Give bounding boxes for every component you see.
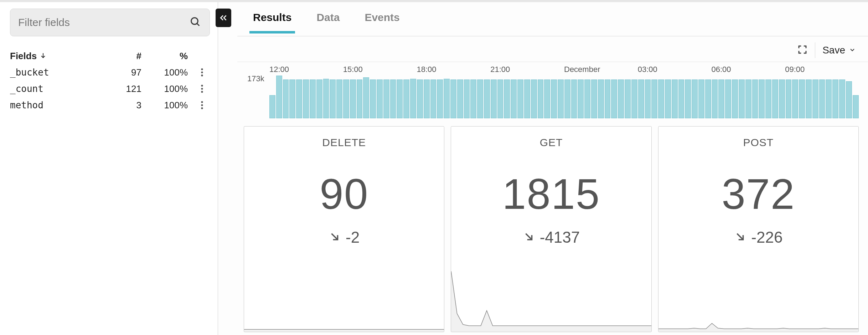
timeline-bar[interactable] xyxy=(792,79,798,118)
timeline-bar[interactable] xyxy=(464,79,470,118)
fields-row[interactable]: _count 121 100% xyxy=(10,81,213,97)
fields-table-header[interactable]: Fields # % xyxy=(10,48,213,64)
timeline-bar[interactable] xyxy=(765,79,771,118)
timeline-bar[interactable] xyxy=(410,79,416,118)
timeline-bar[interactable] xyxy=(839,79,845,118)
timeline-bar[interactable] xyxy=(692,79,698,118)
timeline-bar[interactable] xyxy=(531,79,537,118)
timeline-bar[interactable] xyxy=(625,79,631,118)
timeline-bar[interactable] xyxy=(611,79,617,118)
timeline-bar[interactable] xyxy=(289,79,295,118)
timeline-bar[interactable] xyxy=(296,79,302,118)
timeline-bar[interactable] xyxy=(437,79,443,118)
timeline-bar[interactable] xyxy=(497,79,503,118)
timeline-bar[interactable] xyxy=(725,79,731,118)
timeline-bar[interactable] xyxy=(336,79,342,118)
timeline-bar[interactable] xyxy=(658,79,664,118)
timeline-bar[interactable] xyxy=(403,79,409,118)
timeline-bar[interactable] xyxy=(618,79,624,118)
timeline-bar[interactable] xyxy=(470,79,476,118)
timeline-bar[interactable] xyxy=(651,79,657,118)
timeline-bar[interactable] xyxy=(806,79,812,118)
timeline-bar[interactable] xyxy=(598,79,604,118)
timeline-bar[interactable] xyxy=(645,79,651,118)
timeline-bar[interactable] xyxy=(357,79,363,118)
timeline-bar[interactable] xyxy=(283,79,289,118)
timeline-bar[interactable] xyxy=(752,79,758,118)
timeline-bar[interactable] xyxy=(712,79,718,118)
search-icon[interactable] xyxy=(190,16,201,29)
timeline-bar[interactable] xyxy=(504,79,510,118)
timeline-bar[interactable] xyxy=(424,79,430,118)
timeline-bar[interactable] xyxy=(276,76,282,118)
timeline-histogram[interactable]: 12:0015:0018:0021:00December03:0006:0009… xyxy=(237,62,868,120)
timeline-bar[interactable] xyxy=(303,79,309,118)
field-row-menu-icon[interactable] xyxy=(191,84,213,93)
filter-fields-input[interactable] xyxy=(18,16,190,29)
timeline-bar[interactable] xyxy=(571,79,577,118)
timeline-bar[interactable] xyxy=(759,79,765,118)
collapse-sidebar-button[interactable] xyxy=(216,9,231,27)
timeline-bar[interactable] xyxy=(316,79,322,118)
save-button[interactable]: Save xyxy=(822,45,856,56)
timeline-bar[interactable] xyxy=(538,79,544,118)
timeline-bar[interactable] xyxy=(517,79,523,118)
timeline-bar[interactable] xyxy=(544,79,550,118)
timeline-bar[interactable] xyxy=(846,81,852,118)
timeline-bar[interactable] xyxy=(430,79,436,118)
timeline-bar[interactable] xyxy=(732,79,738,118)
timeline-bar[interactable] xyxy=(558,79,564,118)
filter-fields-input-wrap[interactable] xyxy=(10,9,210,36)
fullscreen-icon[interactable] xyxy=(797,44,808,56)
sort-down-icon[interactable] xyxy=(40,51,47,62)
tab-events[interactable]: Events xyxy=(362,9,402,33)
tab-data[interactable]: Data xyxy=(314,9,342,33)
timeline-bar[interactable] xyxy=(310,79,316,118)
timeline-bar[interactable] xyxy=(584,79,590,118)
timeline-bar[interactable] xyxy=(511,79,517,118)
timeline-bar[interactable] xyxy=(786,79,792,118)
field-row-menu-icon[interactable] xyxy=(191,68,213,77)
timeline-bar[interactable] xyxy=(739,79,745,118)
fields-row[interactable]: method 3 100% xyxy=(10,97,213,113)
field-row-menu-icon[interactable] xyxy=(191,100,213,110)
timeline-bar[interactable] xyxy=(484,79,490,118)
timeline-bar[interactable] xyxy=(551,79,557,118)
timeline-bar[interactable] xyxy=(343,79,349,118)
timeline-bar[interactable] xyxy=(698,79,704,118)
metric-card-delete[interactable]: DELETE 90 -2 xyxy=(244,126,444,332)
timeline-bar[interactable] xyxy=(350,79,356,118)
timeline-bar[interactable] xyxy=(853,95,859,118)
metric-card-get[interactable]: GET 1815 -4137 xyxy=(451,126,651,332)
timeline-bar[interactable] xyxy=(799,79,805,118)
timeline-bar[interactable] xyxy=(832,79,838,118)
timeline-bar[interactable] xyxy=(363,77,369,118)
timeline-bar[interactable] xyxy=(819,79,825,118)
timeline-bar[interactable] xyxy=(524,79,530,118)
timeline-bar[interactable] xyxy=(812,79,818,118)
timeline-bar[interactable] xyxy=(450,79,456,118)
timeline-bar[interactable] xyxy=(745,79,751,118)
timeline-bar[interactable] xyxy=(269,95,275,118)
timeline-bar[interactable] xyxy=(718,79,724,118)
timeline-bar[interactable] xyxy=(672,79,678,118)
timeline-bar[interactable] xyxy=(578,79,584,118)
timeline-bar[interactable] xyxy=(390,79,396,118)
timeline-bar[interactable] xyxy=(779,79,785,118)
timeline-bar[interactable] xyxy=(417,79,423,118)
timeline-bar[interactable] xyxy=(383,79,389,118)
timeline-bar[interactable] xyxy=(705,79,711,118)
timeline-bar[interactable] xyxy=(685,79,691,118)
tab-results[interactable]: Results xyxy=(251,9,294,33)
timeline-bar[interactable] xyxy=(564,79,570,118)
timeline-bar[interactable] xyxy=(323,79,329,118)
timeline-bar[interactable] xyxy=(457,79,463,118)
timeline-bar[interactable] xyxy=(678,79,684,118)
timeline-bar[interactable] xyxy=(377,79,383,118)
timeline-bar[interactable] xyxy=(370,79,376,118)
timeline-bar[interactable] xyxy=(444,79,450,118)
timeline-bar[interactable] xyxy=(826,79,832,118)
timeline-bar[interactable] xyxy=(397,79,403,118)
timeline-bar[interactable] xyxy=(491,79,497,118)
timeline-bar[interactable] xyxy=(330,79,336,118)
